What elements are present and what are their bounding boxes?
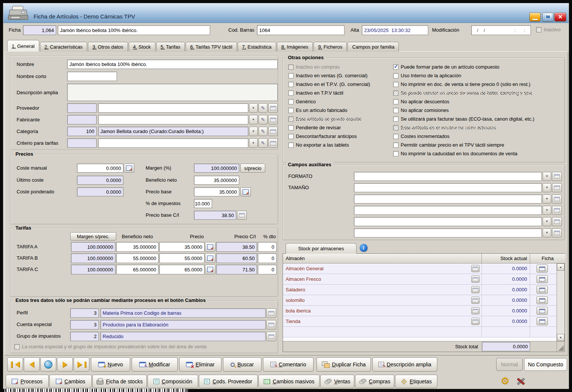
resize-grip-icon[interactable] (557, 341, 564, 352)
precio-base-field[interactable]: 35.0000 (194, 187, 239, 196)
fabricante-edit-button[interactable]: ✎ (258, 115, 268, 124)
warehouse-detail-button[interactable] (471, 318, 480, 325)
checkbox-no-imprimir-caducidad[interactable]: No imprimir la caducidad en los document… (393, 151, 517, 156)
checkbox-facturar-tasas[interactable]: Se utilizará para facturar tasas (ECO-ta… (393, 116, 534, 122)
sprecio-button[interactable]: s/precio (240, 164, 265, 173)
proveedor-dropdown-button[interactable]: ▼ (249, 103, 258, 113)
aux-4-detail-button[interactable] (552, 206, 562, 215)
tarifa-b-margen[interactable]: 100.000000 (71, 253, 115, 263)
comentario-button[interactable]: Comentario (263, 357, 314, 372)
criterio-code-field[interactable] (67, 138, 97, 148)
tarifa-c-beneficio[interactable]: 65.000000 (116, 265, 158, 274)
descripcion-field[interactable] (67, 84, 278, 101)
aux-field-4[interactable] (354, 206, 542, 215)
checkbox-cambiar-precio-tpv[interactable]: Permitir cambiar precio en el TPV táctil… (393, 142, 504, 148)
warehouse-ficha-button[interactable] (537, 307, 548, 315)
restore-button[interactable] (542, 12, 554, 21)
info-icon[interactable]: i (360, 244, 367, 252)
close-button[interactable]: ✕ (554, 12, 566, 21)
checkbox-inactivo-ventas[interactable]: Inactivo en ventas (G. comercial) (288, 73, 367, 78)
aux-6-dropdown-button[interactable]: ▼ (543, 228, 551, 237)
titlebar[interactable]: Ficha de Artículos - Demo Cárnicas TPV ✕ (3, 3, 569, 23)
duplicar-ficha-button[interactable]: Duplicar Ficha (317, 357, 371, 372)
warehouse-detail-button[interactable] (471, 265, 480, 272)
etiquetas-button[interactable]: Etiquetas (395, 375, 437, 388)
checkbox-articulo-fabricado[interactable]: Es un artículo fabricado (288, 107, 348, 113)
beneficio-field[interactable]: 35.000000 (194, 176, 239, 185)
scroll-up-button[interactable]: ▲ (557, 263, 564, 271)
warehouse-detail-button[interactable] (471, 276, 480, 283)
tab-caracteristicas[interactable]: 2. Características (40, 42, 87, 52)
criterio-dropdown-button[interactable]: ▼ (249, 138, 258, 148)
checkbox-no-imprimir-precio0[interactable]: No imprimir en doc. de venta si tiene pr… (393, 81, 530, 87)
aux-5-dropdown-button[interactable]: ▼ (543, 217, 551, 226)
formato-detail-button[interactable] (552, 172, 562, 181)
coste-manual-calc-button[interactable] (124, 164, 134, 173)
tab-stock[interactable]: 4. Stock (129, 42, 155, 52)
tarifa-b-dto[interactable]: 0 (258, 253, 277, 263)
fabricante-code-field[interactable] (67, 115, 97, 124)
criterio-name-field[interactable] (98, 138, 248, 148)
modificar-button[interactable]: Modificar (132, 357, 178, 372)
aux-3-dropdown-button[interactable]: ▼ (543, 194, 551, 204)
refresh-record-button[interactable] (40, 357, 56, 372)
eliminar-button[interactable]: Eliminar (179, 357, 221, 372)
perfil-detail-button[interactable] (266, 308, 276, 318)
stock-row-bola-iberica[interactable]: bola iberica 0.0000 (283, 306, 557, 316)
warehouse-detail-button[interactable] (471, 307, 480, 314)
warehouse-ficha-button[interactable] (537, 275, 548, 283)
first-record-button[interactable] (7, 357, 23, 372)
tarifa-a-calc-button[interactable] (205, 242, 215, 252)
scroll-down-button[interactable]: ▼ (557, 334, 564, 341)
warehouse-ficha-button[interactable] (537, 296, 548, 304)
nombre-field[interactable]: Jamón Ibérico bellota 100% ibérico. (67, 60, 278, 69)
proveedor-edit-button[interactable]: ✎ (258, 103, 268, 113)
checkbox-inactivo-compras[interactable]: Inactivo en compras (288, 64, 340, 70)
stock-col-ficha-header[interactable]: Ficha (530, 254, 565, 263)
ventas-button[interactable]: Ventas (320, 375, 354, 388)
tab-tarifas[interactable]: 5. Tarifas (156, 42, 185, 52)
coste-manual-field[interactable]: 0.0000 (77, 164, 123, 173)
stock-row-empty[interactable] (283, 327, 557, 337)
next-record-button[interactable] (57, 357, 73, 372)
buscar-button[interactable]: Buscar (223, 357, 261, 372)
checkbox-vender-hotel[interactable]: Se puede vender en áreas de venta de hot… (393, 90, 532, 96)
composicion-button[interactable]: Composición (148, 375, 198, 388)
tarifa-a-dto[interactable]: 0 (258, 242, 277, 252)
checkbox-descontar-anticipos[interactable]: Descontar/facturar anticipos (288, 133, 357, 139)
categoria-detail-button[interactable] (268, 127, 278, 136)
tamano-field[interactable] (354, 183, 542, 192)
tarifa-a-beneficio[interactable]: 35.000000 (116, 242, 158, 252)
tarifa-a-precio[interactable]: 35.0000 (159, 242, 205, 252)
ficha-number-field[interactable]: 1,064 (23, 25, 56, 35)
warehouse-detail-button[interactable] (471, 286, 480, 293)
checkbox-no-descuentos[interactable]: No aplicar descuentos (393, 99, 449, 104)
tools-icon[interactable] (516, 377, 526, 386)
last-record-button[interactable] (74, 357, 89, 372)
grupo-detail-button[interactable] (266, 332, 276, 341)
inactivo-checkbox[interactable]: Inactivo (536, 27, 561, 32)
stock-almacenes-tab[interactable]: Stock por almacenes (286, 243, 357, 254)
nombre-corto-field[interactable] (67, 72, 117, 81)
article-name-field[interactable]: Jamón Ibérico bellota 100% ibérico. (58, 25, 210, 35)
checkbox-parte-compuesto[interactable]: Puede formar parte de un artículo compue… (393, 64, 500, 70)
precio-ci-detail-button[interactable] (237, 211, 247, 220)
tab-tarifas-tpv[interactable]: 6. Tarifas TPV táctil (186, 42, 237, 52)
warehouse-detail-button[interactable] (471, 297, 480, 304)
proveedor-name-field[interactable] (98, 103, 248, 113)
stock-row-almacen-general[interactable]: Almacén General 0.0000 (283, 263, 557, 274)
checkbox-pendiente-revisar[interactable]: Pendiente de revisar (288, 125, 341, 130)
fabricante-name-field[interactable] (98, 115, 248, 124)
margen-field[interactable]: 100.000000 (194, 164, 239, 173)
tab-otros-datos[interactable]: 3. Otros datos (88, 42, 128, 52)
tab-general[interactable]: 1. General (7, 40, 39, 52)
proveedor-detail-button[interactable] (268, 103, 278, 113)
tab-campos-familia[interactable]: Campos por familia (348, 42, 399, 52)
checkbox-no-exportar-tablets[interactable]: No exportar a las tablets (288, 142, 349, 148)
checkbox-inactivo-tpv-tactil[interactable]: Inactivo en T.P.V táctil (288, 90, 343, 96)
cambios-masivos-button[interactable]: Cambios masivos (258, 375, 320, 388)
warehouse-ficha-button[interactable] (537, 286, 548, 294)
tarifa-c-margen[interactable]: 100.000000 (71, 265, 115, 274)
fabricante-dropdown-button[interactable]: ▼ (249, 115, 258, 124)
descripcion-amplia-button[interactable]: Descripción amplia (372, 357, 437, 372)
